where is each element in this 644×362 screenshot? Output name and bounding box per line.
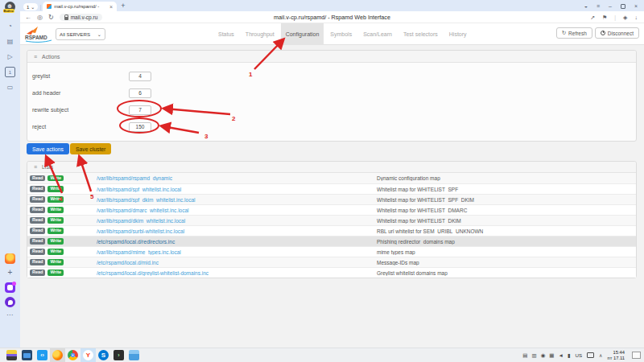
browser-toolbar: mail.v-cp.ru/rspamd/ - Rspamd Web Interf… <box>20 11 644 23</box>
action-value-input[interactable] <box>129 72 151 81</box>
taskbar-app[interactable] <box>4 348 19 362</box>
save-cluster-button[interactable]: Save cluster <box>70 143 111 154</box>
map-path-link[interactable]: /etc/rspamd/local.d/redirectors.inc <box>97 239 377 245</box>
map-path-link[interactable]: /var/lib/rspamd/rspamd_dynamic <box>97 175 377 181</box>
address-bar-title[interactable]: mail.v-cp.ru/rspamd/ - Rspamd Web Interf… <box>20 11 644 23</box>
nav-tab[interactable]: Throughput <box>241 23 279 45</box>
taskbar-app[interactable] <box>126 348 142 362</box>
domain-chip[interactable]: mail.v-cp.ru <box>60 14 103 21</box>
table-row: Read Write /var/lib/rspamd/mime_types.in… <box>27 246 636 257</box>
refresh-button[interactable]: ↻ Refresh <box>556 27 592 39</box>
save-actions-button[interactable]: Save actions <box>27 143 69 154</box>
write-badge: Write <box>47 249 64 255</box>
taskbar-app[interactable] <box>50 348 65 362</box>
more-icon[interactable]: ⋯ <box>6 311 14 319</box>
yandex-start-icon[interactable] <box>5 253 15 264</box>
protect-icon[interactable]: ◈ <box>623 14 627 21</box>
sidebar-icon[interactable]: ▤ <box>5 36 15 47</box>
taskbar-app[interactable]: S <box>96 348 111 362</box>
action-row: greylist <box>27 68 636 84</box>
maximize-icon[interactable] <box>621 4 625 9</box>
nav-tab[interactable]: Test selectors <box>398 23 443 45</box>
notifications-icon[interactable]: ◒ <box>584 3 588 9</box>
action-value-input[interactable] <box>129 122 151 132</box>
tray-expand-icon[interactable]: ∧ <box>599 352 602 358</box>
minimize-icon[interactable]: – <box>609 3 612 9</box>
share-icon[interactable]: ↗ <box>590 14 595 21</box>
tray-icon[interactable]: ▥ <box>532 352 537 359</box>
add-panel-icon[interactable]: + <box>5 268 15 278</box>
close-icon[interactable]: × <box>634 3 638 9</box>
language-indicator[interactable]: US <box>576 352 583 358</box>
disconnect-button[interactable]: Disconnect <box>595 27 639 39</box>
action-label: greylist <box>32 73 129 79</box>
tray-icon[interactable]: ◄ <box>558 352 563 359</box>
taskbar-app-icon <box>68 350 78 360</box>
separator: | <box>614 14 616 20</box>
login-badge: Войти <box>3 9 14 13</box>
tray-icon[interactable]: ▦ <box>549 352 554 359</box>
taskbar-app[interactable]: ‹› <box>35 348 50 362</box>
map-description: mime types map <box>377 249 636 255</box>
map-path-link[interactable]: /var/lib/rspamd/dmarc_whitelist.inc.loca… <box>97 208 377 213</box>
sidebar-icon[interactable]: 1 <box>5 67 15 77</box>
bookmark-icon[interactable]: ⚑ <box>602 14 607 21</box>
profile-avatar[interactable]: ☻ Войти <box>5 2 16 14</box>
refresh-label: Refresh <box>568 31 587 36</box>
action-value-input[interactable] <box>129 88 151 98</box>
menu-icon[interactable]: ≡ <box>597 3 600 9</box>
chevron-down-icon: ⌄ <box>97 31 101 37</box>
nav-tab[interactable]: Symbols <box>325 23 357 45</box>
list-icon: ≡ <box>34 164 37 170</box>
new-tab-button[interactable]: + <box>121 2 125 10</box>
action-row: rewrite subject <box>27 101 636 118</box>
tab-close-icon[interactable]: × <box>109 4 113 10</box>
map-path-link[interactable]: /var/lib/rspamd/dkim_whitelist.inc.local <box>97 218 377 224</box>
sidebar-icon[interactable]: ▷ <box>5 51 15 62</box>
nav-tab[interactable]: History <box>444 23 472 45</box>
map-path-link[interactable]: /var/lib/rspamd/mime_types.inc.local <box>97 249 377 255</box>
list-icon: ≡ <box>34 54 37 60</box>
table-row: Read Write /etc/rspamd/local.d/redirecto… <box>27 236 636 246</box>
server-select-value: All SERVERS <box>60 31 90 37</box>
tray-icon[interactable]: ◉ <box>541 352 546 359</box>
network-icon[interactable] <box>587 352 594 358</box>
nav-tab[interactable]: Configuration <box>281 23 324 45</box>
map-path-link[interactable]: /etc/rspamd/local.d/mid.inc <box>97 260 377 265</box>
tab-counter[interactable]: 1 ⌄ <box>23 3 38 10</box>
map-path-link[interactable]: /var/lib/rspamd/spf_whitelist.inc.local <box>97 187 377 192</box>
taskbar-app[interactable] <box>65 348 80 362</box>
table-row: Read Write /var/lib/rspamd/spf_whitelist… <box>27 183 636 194</box>
map-path-link[interactable]: /var/lib/rspamd/spf_dkim_whitelist.inc.l… <box>97 197 377 203</box>
back-icon[interactable]: ← <box>25 14 31 21</box>
server-select[interactable]: All SERVERS ⌄ <box>56 28 105 40</box>
taskbar-app-icon: ‹› <box>37 350 47 360</box>
sidebar-icon[interactable]: ◔ <box>5 21 15 31</box>
nav-tab[interactable]: Status <box>213 23 239 45</box>
write-badge: Write <box>47 228 64 234</box>
taskbar: ‹› Y S › <box>0 348 644 362</box>
map-path-link[interactable]: /etc/rspamd/local.d/greylist-whitelist-d… <box>97 270 377 276</box>
taskbar-app[interactable] <box>19 348 35 362</box>
nav-tab[interactable]: Scan/Learn <box>358 23 397 45</box>
sidebar-icon[interactable]: ▭ <box>5 82 15 93</box>
refresh-icon[interactable]: ↻ <box>48 14 54 21</box>
table-row: Read Write /var/lib/rspamd/surbl-whiteli… <box>27 225 636 236</box>
taskbar-app[interactable]: › <box>111 348 126 362</box>
nav-tab-label: History <box>449 31 467 37</box>
table-row: Read Write /var/lib/rspamd/spf_dkim_whit… <box>27 194 636 204</box>
active-tab[interactable]: mail.v-cp.ru/rspamd/ - × <box>43 2 117 11</box>
messenger-icon[interactable] <box>5 282 15 293</box>
map-path-link[interactable]: /var/lib/rspamd/surbl-whitelist.inc.loca… <box>97 228 377 234</box>
action-value-input[interactable] <box>129 105 151 115</box>
download-icon[interactable]: ↓ <box>635 14 638 20</box>
taskbar-app[interactable]: Y <box>80 348 96 362</box>
tray-icon[interactable]: ▤ <box>522 352 527 359</box>
taskbar-app-icon <box>52 350 63 360</box>
alice-assistant-icon[interactable] <box>5 297 15 307</box>
site-info-icon[interactable]: ◎ <box>37 14 43 21</box>
clock[interactable]: 15:44 пт 17.11 <box>608 350 625 360</box>
tray-icon[interactable]: ▮ <box>568 352 571 359</box>
show-desktop-button[interactable] <box>632 352 641 359</box>
write-badge: Write <box>47 186 64 192</box>
